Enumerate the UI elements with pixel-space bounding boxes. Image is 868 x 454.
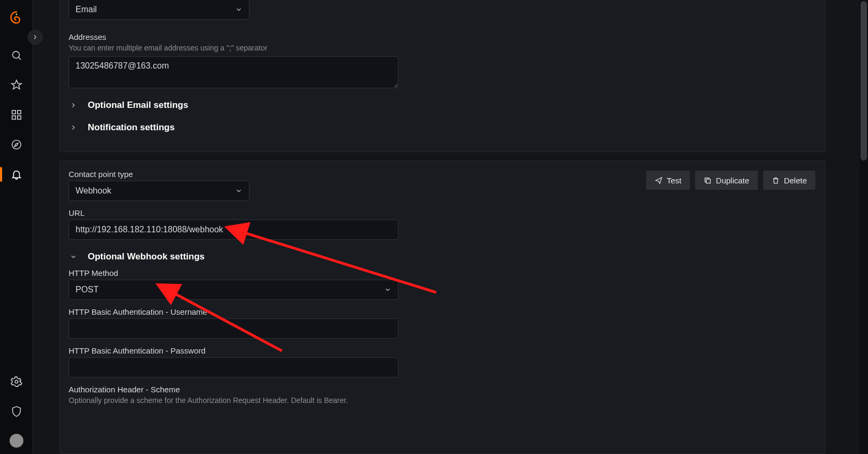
addresses-label: Addresses <box>69 32 816 41</box>
svg-rect-2 <box>12 111 15 114</box>
optional-email-settings-toggle[interactable]: Optional Email settings <box>69 100 816 111</box>
test-button[interactable]: Test <box>646 171 690 190</box>
main-content: Email Addresses You can enter multiple e… <box>33 0 868 454</box>
notification-settings-toggle[interactable]: Notification settings <box>69 122 816 133</box>
svg-rect-3 <box>17 111 20 114</box>
basic-auth-user-label: HTTP Basic Authentication - Username <box>69 307 816 316</box>
sidebar <box>0 0 33 454</box>
avatar[interactable] <box>10 434 23 448</box>
auth-scheme-label: Authorization Header - Scheme <box>69 385 816 394</box>
contact-point-webhook-panel: Test Duplicate Delete Contact point type… <box>60 161 825 454</box>
chevron-right-icon <box>31 33 39 41</box>
contact-type-value: Webhook <box>76 186 111 196</box>
chevron-down-icon <box>384 286 391 293</box>
basic-auth-pass-input[interactable] <box>69 357 398 377</box>
sidebar-expand-button[interactable] <box>28 30 43 45</box>
sidebar-item-dashboards[interactable] <box>0 100 33 130</box>
sidebar-item-configuration[interactable] <box>0 367 33 397</box>
svg-rect-4 <box>12 116 15 119</box>
optional-webhook-settings-label: Optional Webhook settings <box>88 251 205 262</box>
chevron-down-icon <box>70 253 77 260</box>
grafana-logo-icon <box>9 11 24 26</box>
trash-icon <box>772 176 780 184</box>
shield-icon <box>11 406 22 417</box>
url-input[interactable] <box>69 220 398 240</box>
addresses-hint: You can enter multiple email addresses u… <box>69 44 816 52</box>
sidebar-item-explore[interactable] <box>0 130 33 159</box>
search-icon <box>11 49 22 61</box>
svg-point-1 <box>12 52 19 58</box>
contact-type-select-email[interactable]: Email <box>69 0 249 20</box>
duplicate-button[interactable]: Duplicate <box>695 171 758 190</box>
chevron-down-icon <box>235 6 243 13</box>
send-icon <box>655 176 663 184</box>
test-button-label: Test <box>667 176 682 185</box>
chevron-down-icon <box>235 187 243 195</box>
svg-point-0 <box>15 14 17 15</box>
contact-point-email-panel: Email Addresses You can enter multiple e… <box>60 0 825 152</box>
star-icon <box>11 79 22 91</box>
optional-email-settings-label: Optional Email settings <box>88 100 188 111</box>
panel-actions: Test Duplicate Delete <box>646 171 815 190</box>
chevron-right-icon <box>70 102 77 109</box>
copy-icon <box>704 176 712 184</box>
notification-settings-label: Notification settings <box>88 122 174 133</box>
scrollbar-track[interactable] <box>859 0 868 454</box>
delete-button[interactable]: Delete <box>763 171 815 190</box>
svg-point-7 <box>15 380 18 383</box>
sidebar-item-alerting[interactable] <box>0 159 33 189</box>
http-method-select[interactable]: POST <box>69 280 398 300</box>
basic-auth-pass-label: HTTP Basic Authentication - Password <box>69 346 816 355</box>
delete-button-label: Delete <box>784 176 807 185</box>
svg-point-6 <box>12 140 21 149</box>
scrollbar-thumb[interactable] <box>861 1 867 161</box>
http-method-label: HTTP Method <box>69 268 816 278</box>
gear-icon <box>11 376 22 388</box>
svg-rect-5 <box>17 116 20 119</box>
apps-icon <box>11 109 22 121</box>
svg-rect-8 <box>706 179 711 183</box>
compass-icon <box>11 139 22 150</box>
duplicate-button-label: Duplicate <box>716 176 749 185</box>
auth-scheme-hint: Optionally provide a scheme for the Auth… <box>69 396 816 405</box>
sidebar-item-admin[interactable] <box>0 397 33 426</box>
contact-type-value: Email <box>76 5 97 14</box>
optional-webhook-settings-toggle[interactable]: Optional Webhook settings <box>69 251 816 262</box>
basic-auth-user-input[interactable] <box>69 318 398 339</box>
bell-icon <box>11 169 22 180</box>
addresses-input[interactable] <box>69 56 398 88</box>
contact-type-select-webhook[interactable]: Webhook <box>69 181 249 201</box>
url-label: URL <box>69 208 816 217</box>
sidebar-item-starred[interactable] <box>0 70 33 100</box>
sidebar-item-search[interactable] <box>0 40 33 70</box>
http-method-value: POST <box>76 285 99 295</box>
chevron-right-icon <box>70 124 77 131</box>
